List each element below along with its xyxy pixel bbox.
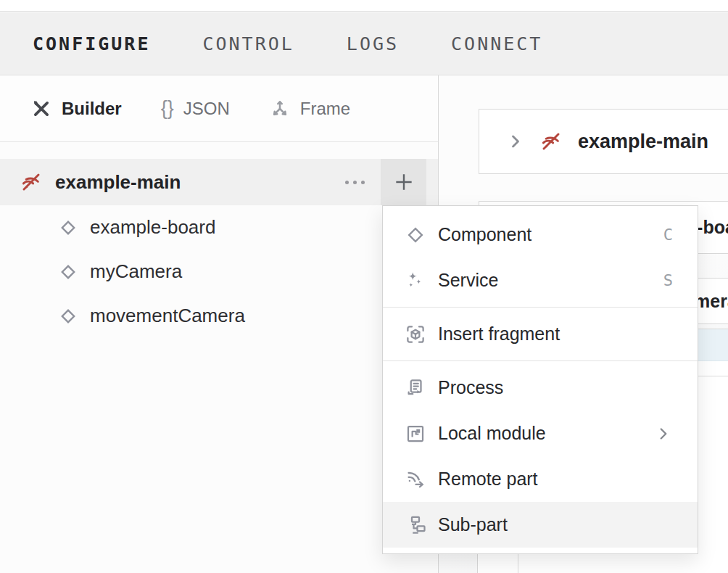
menu-divider	[383, 307, 698, 308]
part-header-card[interactable]: example-main	[479, 109, 728, 174]
tab-configure[interactable]: CONFIGURE	[33, 33, 150, 54]
menu-item-service[interactable]: Service S	[383, 257, 698, 303]
shortcut-key: C	[663, 226, 673, 244]
tree-item-movementcamera[interactable]: movementCamera	[0, 294, 438, 338]
menu-item-local-module[interactable]: Local module	[383, 411, 698, 456]
view-frame-button[interactable]: Frame	[269, 98, 350, 120]
local-module-icon	[405, 423, 426, 445]
menu-item-process[interactable]: Process	[383, 365, 698, 411]
tab-control[interactable]: CONTROL	[202, 33, 294, 54]
tab-connect[interactable]: CONNECT	[451, 33, 542, 54]
tree-item-example-board[interactable]: example-board	[0, 205, 438, 250]
tree-root-example-main[interactable]: example-main	[0, 159, 438, 205]
menu-item-component[interactable]: Component C	[383, 212, 698, 257]
component-diamond-icon	[58, 218, 78, 238]
ellipsis-icon	[345, 181, 349, 184]
part-header-title: example-main	[578, 131, 708, 153]
menu-item-sub-part[interactable]: Sub-part	[383, 502, 698, 548]
braces-icon: {}	[161, 97, 174, 120]
plus-icon	[392, 170, 415, 194]
remote-part-icon	[405, 469, 426, 490]
component-diamond-icon	[405, 224, 426, 246]
view-builder-button[interactable]: Builder	[30, 98, 122, 120]
add-resource-menu: Component C Service S Insert fragment	[382, 205, 698, 554]
submenu-chevron-icon	[654, 424, 673, 443]
chevron-right-icon[interactable]	[505, 131, 526, 152]
view-frame-label: Frame	[300, 99, 350, 119]
component-diamond-icon	[58, 262, 78, 282]
view-json-button[interactable]: {} JSON	[161, 97, 230, 120]
shortcut-key: S	[663, 271, 673, 289]
tab-logs[interactable]: LOGS	[347, 33, 399, 54]
sub-part-icon	[405, 514, 426, 536]
view-builder-label: Builder	[62, 99, 122, 119]
window-top-strip	[0, 0, 728, 12]
menu-divider	[383, 360, 698, 361]
offline-icon	[20, 171, 42, 193]
fragment-cube-icon	[405, 323, 426, 345]
resource-tree-panel: Builder {} JSON Frame	[0, 75, 438, 573]
tree-children: example-board myCamera movementCamera	[0, 205, 438, 338]
frame-axes-icon	[269, 98, 291, 120]
view-switcher-toolbar: Builder {} JSON Frame	[0, 75, 438, 142]
builder-tools-icon	[30, 98, 52, 120]
main-navbar: CONFIGURE CONTROL LOGS CONNECT	[0, 12, 728, 75]
tree-root-label: example-main	[55, 171, 181, 194]
component-diamond-icon	[58, 306, 78, 326]
process-icon	[405, 377, 426, 399]
offline-icon	[540, 131, 562, 152]
more-options-button[interactable]	[337, 159, 372, 205]
menu-item-insert-fragment[interactable]: Insert fragment	[383, 311, 698, 357]
add-resource-button[interactable]	[381, 159, 426, 205]
menu-item-remote-part[interactable]: Remote part	[383, 456, 698, 502]
service-sparkles-icon	[405, 270, 426, 292]
tree-item-mycamera[interactable]: myCamera	[0, 250, 438, 294]
view-json-label: JSON	[183, 99, 230, 119]
